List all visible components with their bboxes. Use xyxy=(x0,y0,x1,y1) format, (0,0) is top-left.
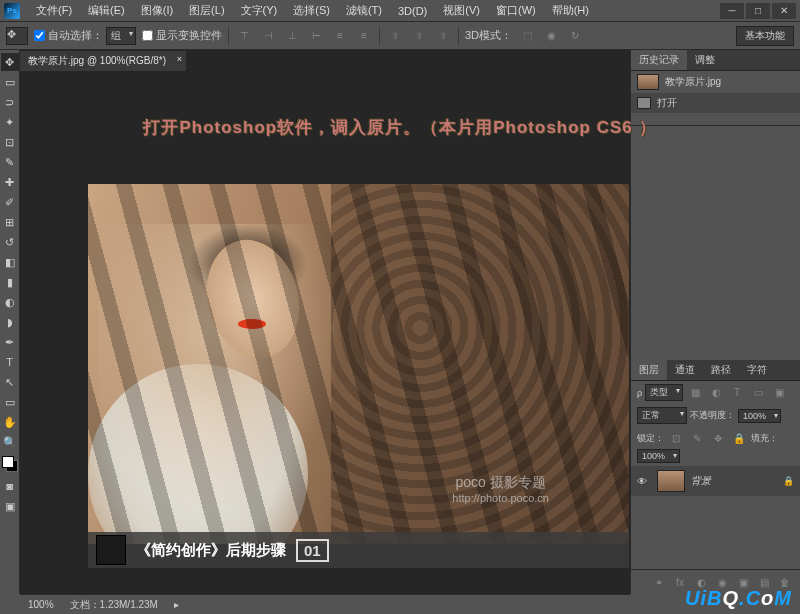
distribute-icon-3[interactable]: ⫴ xyxy=(434,28,452,44)
filter-adj-icon[interactable]: ◐ xyxy=(707,385,725,401)
lock-icon: 🔒 xyxy=(783,476,794,486)
auto-select-dropdown[interactable]: 组 xyxy=(106,27,136,45)
tools-panel: ✥ ▭ ⊃ ✦ ⊡ ✎ ✚ ✐ ⊞ ↺ ◧ ▮ ◐ ◗ ✒ T ↖ ▭ ✋ 🔍 … xyxy=(0,50,20,594)
layer-kind-label: ρ xyxy=(637,388,642,398)
workspace-switcher[interactable]: 基本功能 xyxy=(736,26,794,46)
minimize-button[interactable]: ─ xyxy=(720,3,744,19)
options-bar: ✥ 自动选择： 组 显示变换控件 ⊤ ⊣ ⊥ ⊢ ≡ ≡ ⫴ ⫴ ⫴ 3D模式：… xyxy=(0,22,800,50)
eyedropper-tool[interactable]: ✎ xyxy=(1,153,19,171)
blend-mode-dropdown[interactable]: 正常 xyxy=(637,407,687,424)
menu-layer[interactable]: 图层(L) xyxy=(181,1,232,20)
crop-tool[interactable]: ⊡ xyxy=(1,133,19,151)
blur-tool[interactable]: ◐ xyxy=(1,293,19,311)
tab-close-icon[interactable]: × xyxy=(177,54,182,64)
pen-tool[interactable]: ✒ xyxy=(1,333,19,351)
history-step[interactable]: 打开 xyxy=(631,93,800,113)
menu-window[interactable]: 窗口(W) xyxy=(488,1,544,20)
healing-tool[interactable]: ✚ xyxy=(1,173,19,191)
history-panel-tabs: 历史记录 调整 xyxy=(631,50,800,71)
align-icon-4[interactable]: ⊢ xyxy=(307,28,325,44)
doc-info[interactable]: 文档：1.23M/1.23M xyxy=(70,598,158,612)
fill-label: 填充： xyxy=(751,432,778,445)
history-brush-tool[interactable]: ↺ xyxy=(1,233,19,251)
auto-select-checkbox[interactable] xyxy=(34,30,45,41)
layer-filter-row: ρ 类型 ▦ ◐ T ▭ ▣ xyxy=(631,381,800,404)
type-tool[interactable]: T xyxy=(1,353,19,371)
quickmask-tool[interactable]: ◙ xyxy=(1,477,19,495)
canvas[interactable]: poco 摄影专题 http://photo.poco.cn xyxy=(88,184,629,544)
lock-pixel-icon[interactable]: ✎ xyxy=(688,430,706,446)
filter-pixel-icon[interactable]: ▦ xyxy=(686,385,704,401)
banner-step-number: 01 xyxy=(296,539,329,562)
distribute-icon-2[interactable]: ⫴ xyxy=(410,28,428,44)
lock-all-icon[interactable]: 🔒 xyxy=(730,430,748,446)
layer-name[interactable]: 背景 xyxy=(691,474,711,488)
align-icon-1[interactable]: ⊤ xyxy=(235,28,253,44)
color-swatch[interactable] xyxy=(2,456,18,472)
filter-type-icon[interactable]: T xyxy=(728,385,746,401)
layer-row-background[interactable]: 👁 背景 🔒 xyxy=(631,466,800,496)
link-layers-icon[interactable]: ⚭ xyxy=(650,574,668,590)
foreground-color[interactable] xyxy=(2,456,14,468)
path-tool[interactable]: ↖ xyxy=(1,373,19,391)
visibility-eye-icon[interactable]: 👁 xyxy=(637,476,651,486)
zoom-level[interactable]: 100% xyxy=(28,599,54,610)
3d-icon-1[interactable]: ⬚ xyxy=(518,28,536,44)
gradient-tool[interactable]: ▮ xyxy=(1,273,19,291)
stamp-tool[interactable]: ⊞ xyxy=(1,213,19,231)
show-transform-checkbox[interactable] xyxy=(142,30,153,41)
wand-tool[interactable]: ✦ xyxy=(1,113,19,131)
status-arrow-icon[interactable]: ▸ xyxy=(174,599,179,610)
3d-icon-2[interactable]: ◉ xyxy=(542,28,560,44)
menu-3d[interactable]: 3D(D) xyxy=(390,3,435,19)
filter-shape-icon[interactable]: ▭ xyxy=(749,385,767,401)
shape-tool[interactable]: ▭ xyxy=(1,393,19,411)
hand-tool[interactable]: ✋ xyxy=(1,413,19,431)
menu-filter[interactable]: 滤镜(T) xyxy=(338,1,390,20)
tab-adjustments[interactable]: 调整 xyxy=(687,50,723,70)
move-tool[interactable]: ✥ xyxy=(1,53,19,71)
align-icon-3[interactable]: ⊥ xyxy=(283,28,301,44)
3d-icon-3[interactable]: ↻ xyxy=(566,28,584,44)
layer-thumbnail[interactable] xyxy=(657,470,685,492)
align-icon-6[interactable]: ≡ xyxy=(355,28,373,44)
menu-type[interactable]: 文字(Y) xyxy=(233,1,286,20)
move-tool-icon[interactable]: ✥ xyxy=(6,27,28,45)
tab-channels[interactable]: 通道 xyxy=(667,360,703,380)
tab-paths[interactable]: 路径 xyxy=(703,360,739,380)
filter-smart-icon[interactable]: ▣ xyxy=(770,385,788,401)
brush-tool[interactable]: ✐ xyxy=(1,193,19,211)
align-icon-2[interactable]: ⊣ xyxy=(259,28,277,44)
opacity-value[interactable]: 100% xyxy=(738,409,781,423)
menu-view[interactable]: 视图(V) xyxy=(435,1,488,20)
uibq-watermark: UiBQ.CoM xyxy=(685,587,792,610)
layer-blend-row: 正常 不透明度： 100% xyxy=(631,404,800,427)
menu-help[interactable]: 帮助(H) xyxy=(544,1,597,20)
layer-kind-dropdown[interactable]: 类型 xyxy=(645,384,683,401)
dodge-tool[interactable]: ◗ xyxy=(1,313,19,331)
menu-select[interactable]: 选择(S) xyxy=(285,1,338,20)
history-panel: 历史记录 调整 教学原片.jpg 打开 xyxy=(631,50,800,126)
align-icon-5[interactable]: ≡ xyxy=(331,28,349,44)
eraser-tool[interactable]: ◧ xyxy=(1,253,19,271)
distribute-icon-1[interactable]: ⫴ xyxy=(386,28,404,44)
menu-file[interactable]: 文件(F) xyxy=(28,1,80,20)
menu-image[interactable]: 图像(I) xyxy=(133,1,181,20)
history-snapshot[interactable]: 教学原片.jpg xyxy=(631,71,800,93)
maximize-button[interactable]: □ xyxy=(746,3,770,19)
tab-layers[interactable]: 图层 xyxy=(631,360,667,380)
zoom-tool[interactable]: 🔍 xyxy=(1,433,19,451)
tab-character[interactable]: 字符 xyxy=(739,360,775,380)
snapshot-name: 教学原片.jpg xyxy=(665,75,721,89)
lock-trans-icon[interactable]: ⊡ xyxy=(667,430,685,446)
lock-pos-icon[interactable]: ✥ xyxy=(709,430,727,446)
fill-value[interactable]: 100% xyxy=(637,449,680,463)
screenmode-tool[interactable]: ▣ xyxy=(1,497,19,515)
tab-history[interactable]: 历史记录 xyxy=(631,50,687,70)
ps-logo: Ps xyxy=(4,3,20,19)
marquee-tool[interactable]: ▭ xyxy=(1,73,19,91)
lasso-tool[interactable]: ⊃ xyxy=(1,93,19,111)
menu-edit[interactable]: 编辑(E) xyxy=(80,1,133,20)
document-tab[interactable]: 教学原片.jpg @ 100%(RGB/8*) × xyxy=(20,51,186,71)
close-button[interactable]: ✕ xyxy=(772,3,796,19)
